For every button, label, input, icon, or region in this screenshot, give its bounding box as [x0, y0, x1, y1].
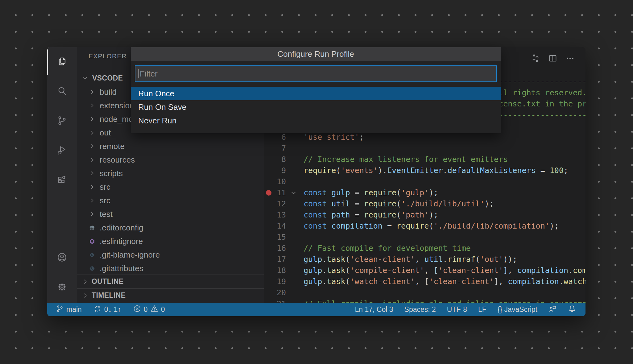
activity-item-extensions[interactable]	[47, 166, 77, 195]
activity-bar	[47, 47, 77, 303]
code-line-13[interactable]: 13const path = require('path');	[264, 209, 585, 221]
line-number[interactable]: 14	[264, 221, 286, 232]
extensions-icon	[56, 174, 68, 187]
tree-item-remote[interactable]: remote	[77, 139, 264, 153]
code-line-20[interactable]: 20	[264, 287, 585, 298]
option-run-once[interactable]: Run Once	[131, 87, 501, 100]
gutter-fold	[286, 198, 304, 209]
activity-item-settings[interactable]	[47, 273, 77, 302]
dialog-title: Configure Run Profile	[131, 47, 501, 61]
code-text: // Full compile, including nls and inlin…	[304, 298, 585, 303]
status-eol[interactable]: LF	[478, 305, 486, 314]
code-line-15[interactable]: 15	[264, 232, 585, 243]
line-number[interactable]: 19	[264, 276, 286, 287]
activity-item-run-debug[interactable]	[47, 136, 77, 166]
code-line-6[interactable]: 6'use strict';	[264, 132, 585, 143]
tree-item-src[interactable]: src	[77, 194, 264, 207]
status-indentation[interactable]: Spaces: 2	[404, 305, 436, 314]
status-problems[interactable]: 00	[133, 304, 165, 315]
code-text: // Fast compile for development time	[304, 243, 471, 254]
activity-item-source-control[interactable]	[47, 106, 77, 136]
section-outline[interactable]: OUTLINE	[77, 275, 264, 288]
breakpoint-dot[interactable]	[266, 190, 271, 196]
tree-item-editorconfig[interactable]: .editorconfig	[77, 221, 264, 234]
code-line-16[interactable]: 16// Fast compile for development time	[264, 243, 585, 254]
tree-item-gitattributes[interactable]: .gitattributes	[77, 262, 264, 275]
tree-item-label: test	[100, 209, 113, 219]
status-cursor-position[interactable]: Ln 17, Col 3	[355, 305, 393, 314]
code-text: // Increase max listeners for event emit…	[304, 154, 508, 165]
line-number[interactable]: 6	[264, 132, 286, 143]
code-line-11[interactable]: 11const gulp = require('gulp');	[264, 187, 585, 198]
tree-item-scripts[interactable]: scripts	[77, 167, 264, 180]
line-number[interactable]: 15	[264, 232, 286, 243]
line-number[interactable]: 8	[264, 154, 286, 165]
activity-item-explorer[interactable]	[47, 47, 77, 77]
tree-item-eslintignore[interactable]: .eslintignore	[77, 234, 264, 248]
section-timeline[interactable]: TIMELINE	[77, 288, 264, 302]
split-editor-icon	[548, 53, 558, 64]
tree-item-label: out	[100, 128, 111, 138]
gutter-fold	[286, 287, 304, 298]
code-text: const util = require('./build/lib/util')…	[304, 198, 494, 209]
branch-icon	[56, 304, 64, 315]
line-number[interactable]: 9	[264, 165, 286, 176]
open-changes-button[interactable]	[530, 53, 541, 64]
line-number[interactable]: 7	[264, 143, 286, 154]
split-editor-button[interactable]	[547, 53, 558, 64]
gutter-fold	[286, 176, 304, 187]
code-line-7[interactable]: 7	[264, 143, 585, 154]
line-number[interactable]: 20	[264, 287, 286, 298]
status-language[interactable]: {} JavaScript	[498, 305, 537, 314]
status-notifications[interactable]	[568, 304, 576, 315]
code-line-18[interactable]: 18gulp.task('compile-client', ['clean-cl…	[264, 265, 585, 276]
git-file-icon	[89, 265, 95, 272]
tree-item-label: src	[100, 182, 110, 192]
fold-chevron[interactable]	[286, 187, 304, 198]
code-line-19[interactable]: 19gulp.task('watch-client', ['clean-clie…	[264, 276, 585, 287]
status-sync[interactable]: 0↓ 1↑	[93, 304, 121, 315]
tree-item-label: .eslintignore	[100, 237, 143, 246]
tree-item-label: build	[100, 87, 117, 97]
status-feedback[interactable]	[548, 304, 557, 315]
activity-item-accounts[interactable]	[47, 243, 77, 273]
code-line-8[interactable]: 8// Increase max listeners for event emi…	[264, 154, 585, 165]
more-actions-button[interactable]	[565, 53, 576, 64]
status-branch[interactable]: main	[56, 304, 82, 315]
status-encoding[interactable]: UTF-8	[447, 305, 467, 314]
chevron-right-icon	[82, 292, 89, 299]
tree-item-resources[interactable]: resources	[77, 153, 264, 167]
code-line-17[interactable]: 17gulp.task('clean-client', util.rimraf(…	[264, 254, 585, 265]
option-never-run[interactable]: Never Run	[131, 114, 501, 127]
line-number[interactable]: 16	[264, 243, 286, 254]
option-label: Run Once	[138, 89, 174, 98]
tree-item-test[interactable]: test	[77, 207, 264, 221]
code-line-12[interactable]: 12const util = require('./build/lib/util…	[264, 198, 585, 209]
code-line-21[interactable]: 21// Full compile, including nls and inl…	[264, 298, 585, 303]
code-line-9[interactable]: 9require('events').EventEmitter.defaultM…	[264, 165, 585, 176]
code-line-10[interactable]: 10	[264, 176, 585, 187]
editor-actions	[530, 53, 576, 64]
gear-file-icon	[89, 225, 95, 231]
git-file-icon	[89, 252, 95, 258]
status-indentation-text: Spaces: 2	[404, 305, 436, 314]
tree-item-src[interactable]: src	[77, 180, 264, 194]
status-problems-text: 0	[144, 305, 148, 314]
status-sync-text: 0↓ 1↑	[104, 305, 121, 314]
gutter-fold	[286, 298, 304, 303]
chevron-right-icon	[89, 116, 95, 122]
line-number[interactable]: 12	[264, 198, 286, 209]
line-number[interactable]: 18	[264, 265, 286, 276]
activity-item-search[interactable]	[47, 77, 77, 106]
line-number[interactable]: 21	[264, 298, 286, 303]
option-run-on-save[interactable]: Run On Save	[131, 100, 501, 114]
line-number[interactable]: 17	[264, 254, 286, 265]
chevron-right-icon	[89, 102, 95, 109]
tree-item-git-blame-ignore[interactable]: .git-blame-ignore	[77, 248, 264, 262]
filter-input[interactable]	[135, 65, 497, 82]
error-icon	[133, 304, 141, 315]
code-text: gulp.task('compile-client', ['clean-clie…	[304, 265, 585, 276]
code-line-14[interactable]: 14const compilation = require('./build/l…	[264, 221, 585, 232]
line-number[interactable]: 13	[264, 209, 286, 221]
line-number[interactable]: 10	[264, 176, 286, 187]
